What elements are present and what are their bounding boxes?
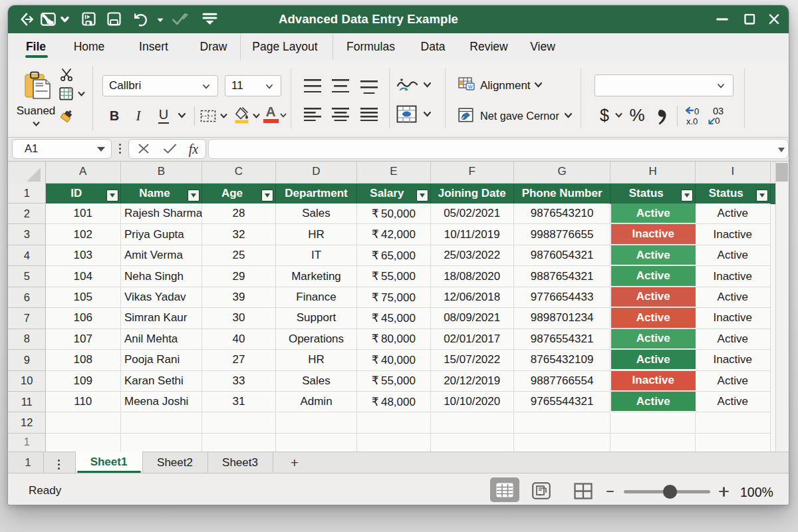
svg-text:W: W — [468, 84, 473, 89]
svg-text:0: 0 — [715, 116, 720, 126]
svg-text:0: 0 — [694, 106, 699, 116]
svg-text:x.0: x.0 — [686, 116, 698, 126]
svg-text:03: 03 — [713, 106, 724, 116]
